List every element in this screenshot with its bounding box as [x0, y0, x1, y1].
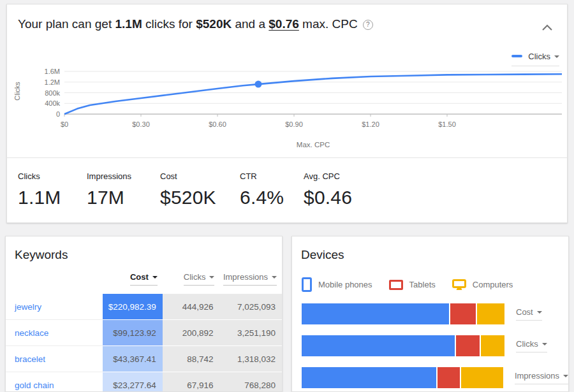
tablet-segment	[450, 303, 476, 324]
column-header-label: Cost	[130, 272, 149, 282]
clicks-forecast-chart: 0400k800k1.2M1.6M$0$0.30$0.60$0.90$1.20$…	[7, 65, 568, 154]
metric-label: Impressions	[87, 171, 160, 181]
metric-label: Avg. CPC	[304, 171, 380, 181]
impressions-cell: 768,280	[219, 372, 282, 392]
y-tick-label: 400k	[45, 99, 60, 107]
mobile-phone-icon	[302, 277, 312, 292]
table-row: necklace$99,123.92200,8923,251,190	[6, 320, 282, 346]
keyword-cell: bracelet	[6, 346, 103, 372]
column-header-label: Impressions	[223, 272, 268, 282]
x-tick-label: $1.50	[438, 120, 456, 128]
collapse-panel-chevron-up-icon[interactable]	[541, 22, 553, 34]
sort-button-impressions[interactable]: Impressions	[223, 272, 277, 286]
keyword-link[interactable]: necklace	[15, 328, 48, 338]
metric-clicks: Clicks1.1M	[18, 171, 87, 208]
x-tick-label: $0.30	[132, 120, 150, 128]
cost-cell: $43,367.41	[103, 346, 163, 372]
metric-value: $520K	[160, 187, 240, 208]
table-row: bracelet$43,367.4188,7421,318,032	[6, 346, 282, 372]
devices-panel-title: Devices	[301, 248, 568, 262]
table-row: gold chain$23,277.6467,916768,280	[6, 372, 282, 392]
chevron-down-icon	[563, 375, 568, 377]
keyword-cell: necklace	[6, 320, 103, 346]
metric-value: $0.46	[304, 187, 380, 208]
dropdown-label: Cost	[516, 307, 533, 317]
cost-metric-dropdown[interactable]: Cost	[516, 307, 542, 321]
cost-cell: $99,123.92	[103, 320, 163, 346]
headline-cpc-value: $0.76	[269, 17, 299, 31]
dropdown-label: Clicks	[516, 339, 538, 349]
keyword-link[interactable]: bracelet	[15, 354, 45, 364]
clicks-cell: 200,892	[163, 320, 220, 346]
impressions-metric-dropdown[interactable]: Impressions	[515, 371, 568, 384]
chevron-down-icon	[537, 311, 542, 314]
forecast-card: Your plan can get 1.1M clicks for $520K …	[6, 4, 568, 223]
y-tick-label: 1.2M	[45, 78, 60, 86]
help-icon[interactable]: ?	[363, 20, 373, 30]
y-tick-label: 800k	[45, 89, 60, 97]
column-header-label: Clicks	[184, 272, 206, 282]
y-tick-label: 0	[56, 110, 60, 118]
legend-item-computer: Computers	[452, 279, 513, 291]
tablet-segment	[456, 335, 479, 356]
column-header-clicks: Clicks	[163, 272, 220, 286]
table-row: jewelry$220,982.39444,9267,025,093	[6, 294, 282, 320]
sort-chevron-down-icon	[152, 276, 158, 279]
forecast-headline: Your plan can get 1.1M clicks for $520K …	[18, 17, 373, 31]
device-bar-row-clicks: Clicks	[302, 335, 568, 356]
mobile-segment	[302, 367, 436, 388]
chart-metric-label: Clicks	[528, 52, 550, 61]
sort-button-cost[interactable]: Cost	[130, 272, 158, 286]
card-divider	[7, 157, 567, 158]
impressions-cell: 7,025,093	[219, 294, 282, 320]
legend-item-mobile: Mobile phones	[302, 277, 372, 292]
cpc-marker-handle[interactable]	[255, 81, 262, 88]
metric-cost: Cost$520K	[160, 171, 240, 208]
metric-impressions: Impressions17M	[87, 171, 160, 208]
column-header-cost: Cost	[103, 272, 163, 286]
headline-clicks-value: 1.1M	[115, 17, 142, 31]
sort-chevron-down-icon	[272, 276, 277, 279]
clicks-cell: 444,926	[163, 294, 220, 320]
metric-value: 17M	[87, 187, 160, 208]
x-tick-label: $1.20	[362, 120, 379, 128]
keywords-panel-title: Keywords	[15, 248, 282, 262]
keyword-cell: gold chain	[6, 372, 103, 392]
device-bar-row-impressions: Impressions	[302, 367, 568, 388]
sort-button-clicks[interactable]: Clicks	[184, 272, 215, 286]
keyword-link[interactable]: jewelry	[15, 302, 41, 312]
headline-cost-value: $520K	[196, 17, 232, 31]
metric-label: Clicks	[18, 171, 87, 181]
impressions-cell: 3,251,190	[219, 320, 282, 346]
device-bars: CostClicksImpressions	[302, 303, 568, 388]
cost-cell: $220,982.39	[103, 294, 163, 320]
mobile-segment	[302, 303, 449, 324]
metric-ctr: CTR6.4%	[240, 171, 304, 208]
metric-label: CTR	[240, 171, 304, 181]
device-bar-row-cost: Cost	[302, 303, 568, 324]
clicks-cell: 67,916	[163, 372, 220, 392]
metric-value: 1.1M	[18, 187, 87, 208]
computer-segment	[481, 335, 504, 356]
keyword-link[interactable]: gold chain	[15, 381, 54, 390]
clicks-metric-dropdown[interactable]: Clicks	[516, 339, 547, 352]
chart-metric-dropdown[interactable]: Clicks	[511, 52, 559, 66]
tablet-segment	[438, 367, 460, 388]
mobile-segment	[302, 335, 455, 356]
sort-chevron-down-icon	[209, 276, 214, 279]
x-tick-label: $0.90	[285, 120, 303, 128]
device-stacked-bar	[302, 303, 504, 324]
keywords-panel: Keywords CostClicksImpressions jewelry$2…	[5, 236, 283, 392]
column-header-impressions: Impressions	[219, 272, 282, 286]
devices-legend: Mobile phones Tablets Computers	[302, 277, 568, 292]
forecast-metrics-row: Clicks1.1MImpressions17MCost$520KCTR6.4%…	[18, 171, 380, 208]
computer-icon	[452, 279, 466, 291]
chevron-down-icon	[542, 343, 547, 345]
computer-segment	[461, 367, 503, 388]
tablet-icon	[389, 280, 403, 290]
keyword-cell: jewelry	[6, 294, 103, 320]
devices-panel: Devices Mobile phones Tablets Computers …	[291, 236, 569, 392]
device-stacked-bar	[302, 367, 503, 388]
x-tick-label: $0	[61, 120, 68, 128]
clicks-curve	[64, 74, 562, 114]
